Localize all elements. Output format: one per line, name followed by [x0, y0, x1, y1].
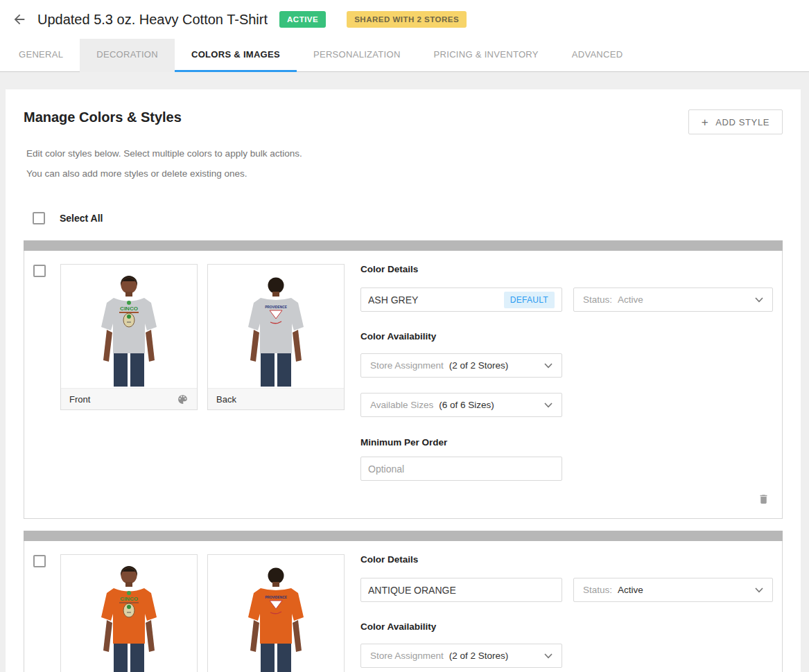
back-image[interactable] — [208, 555, 344, 672]
tab-decoration[interactable]: DECORATION — [80, 39, 175, 72]
color-details-label: Color Details — [360, 554, 773, 565]
default-badge: DEFAULT — [504, 292, 555, 308]
card-drag-bar[interactable] — [24, 240, 783, 251]
color-availability-label: Color Availability — [360, 331, 773, 342]
status-badge: ACTIVE — [279, 11, 326, 28]
color-card-antique-orange: Front Back Color Details — [24, 531, 783, 672]
status-select[interactable]: Status: Active — [573, 288, 773, 312]
color-name-field-wrap — [360, 578, 562, 602]
page-title: Updated 5.3 oz. Heavy Cotton T-Shirt — [37, 12, 268, 28]
color-name-input[interactable] — [368, 585, 479, 596]
color-details-label: Color Details — [360, 264, 773, 274]
product-image-front: Front — [60, 264, 198, 410]
chevron-down-icon — [544, 360, 553, 371]
color-name-field-wrap: DEFAULT — [360, 288, 562, 312]
select-all-row: Select All — [33, 212, 783, 224]
available-sizes-value: (6 of 6 Sizes) — [439, 400, 494, 410]
add-style-button[interactable]: + ADD STYLE — [688, 109, 783, 134]
card-checkbox[interactable] — [33, 265, 46, 277]
color-card-ash-grey: Front Back Color Details — [24, 240, 783, 519]
select-all-checkbox[interactable] — [33, 212, 45, 224]
minimum-per-order-label: Minimum Per Order — [360, 437, 773, 448]
chevron-down-icon — [544, 651, 553, 661]
color-availability-label: Color Availability — [360, 621, 773, 632]
add-style-label: ADD STYLE — [715, 117, 769, 127]
page-header: Updated 5.3 oz. Heavy Cotton T-Shirt ACT… — [0, 0, 809, 39]
store-assignment-select[interactable]: Store Assignment (2 of 2 Stores) — [360, 353, 562, 378]
tab-general[interactable]: GENERAL — [2, 39, 80, 72]
back-button[interactable] — [11, 11, 28, 28]
available-sizes-select[interactable]: Available Sizes (6 of 6 Sizes) — [360, 393, 562, 417]
tab-personalization[interactable]: PERSONALIZATION — [297, 39, 417, 72]
status-value: Active — [618, 585, 643, 595]
colors-styles-panel: Manage Colors & Styles + ADD STYLE Edit … — [6, 89, 801, 672]
status-value: Active — [618, 294, 643, 305]
select-all-label: Select All — [60, 213, 103, 224]
front-image[interactable] — [61, 265, 197, 388]
store-assignment-select[interactable]: Store Assignment (2 of 2 Stores) — [360, 644, 562, 668]
tab-advanced[interactable]: ADVANCED — [555, 39, 640, 72]
product-image-back: Back — [207, 264, 345, 410]
product-image-back: Back — [207, 554, 345, 672]
product-image-front: Front — [60, 554, 198, 672]
trash-icon — [758, 493, 769, 506]
minimum-per-order-input[interactable] — [368, 463, 555, 475]
front-image[interactable] — [61, 555, 197, 672]
card-checkbox[interactable] — [33, 555, 46, 567]
delete-style-button[interactable] — [758, 493, 769, 506]
image-label: Front — [69, 394, 90, 405]
plus-icon: + — [702, 116, 709, 128]
section-description: Edit color styles below. Select multiple… — [26, 147, 783, 180]
tab-bar: GENERAL DECORATION COLORS & IMAGES PERSO… — [0, 39, 809, 72]
shared-stores-badge: SHARED WITH 2 STORES — [347, 11, 467, 28]
back-image[interactable] — [208, 265, 344, 388]
card-drag-bar[interactable] — [24, 531, 783, 541]
chevron-down-icon — [755, 294, 763, 305]
section-title: Manage Colors & Styles — [24, 109, 182, 125]
palette-button[interactable] — [177, 394, 189, 405]
tab-pricing-inventory[interactable]: PRICING & INVENTORY — [417, 39, 555, 72]
color-name-input[interactable] — [368, 294, 479, 306]
chevron-down-icon — [544, 400, 553, 410]
store-assignment-value: (2 of 2 Stores) — [449, 651, 509, 661]
store-assignment-value: (2 of 2 Stores) — [449, 360, 509, 371]
minimum-per-order-field-wrap — [360, 457, 562, 481]
palette-icon — [177, 394, 189, 405]
status-select[interactable]: Status: Active — [573, 578, 773, 602]
chevron-down-icon — [755, 585, 763, 595]
image-label: Back — [216, 394, 236, 405]
tab-colors-images[interactable]: COLORS & IMAGES — [175, 39, 297, 72]
arrow-left-icon — [12, 12, 27, 27]
